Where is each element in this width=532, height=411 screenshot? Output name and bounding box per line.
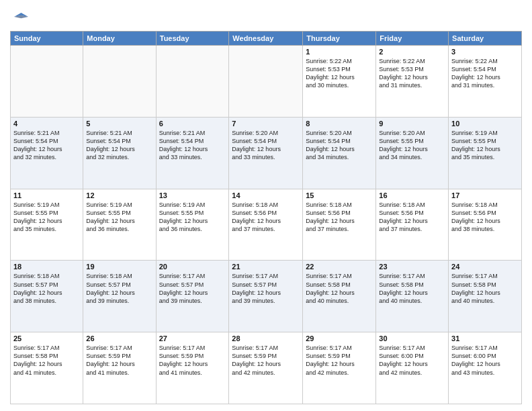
calendar-cell: 25Sunrise: 5:17 AM Sunset: 5:58 PM Dayli… <box>11 332 83 404</box>
weekday-header: Saturday <box>449 32 522 46</box>
calendar-cell: 12Sunrise: 5:19 AM Sunset: 5:55 PM Dayli… <box>83 189 156 261</box>
day-info: Sunrise: 5:22 AM Sunset: 5:54 PM Dayligh… <box>451 57 519 90</box>
day-info: Sunrise: 5:22 AM Sunset: 5:53 PM Dayligh… <box>379 57 445 90</box>
day-info: Sunrise: 5:17 AM Sunset: 6:00 PM Dayligh… <box>379 344 445 377</box>
calendar-cell <box>156 46 229 118</box>
calendar-week-row: 18Sunrise: 5:18 AM Sunset: 5:57 PM Dayli… <box>11 261 522 332</box>
day-number: 15 <box>306 191 373 199</box>
day-number: 11 <box>13 191 80 199</box>
day-number: 26 <box>86 334 152 342</box>
day-info: Sunrise: 5:21 AM Sunset: 5:54 PM Dayligh… <box>86 129 152 162</box>
day-number: 4 <box>13 120 80 128</box>
day-number: 3 <box>451 48 519 56</box>
day-info: Sunrise: 5:17 AM Sunset: 5:57 PM Dayligh… <box>232 272 300 305</box>
calendar-cell: 24Sunrise: 5:17 AM Sunset: 5:58 PM Dayli… <box>449 261 522 332</box>
day-number: 8 <box>306 120 373 128</box>
page-header <box>10 7 522 27</box>
day-number: 7 <box>232 120 300 128</box>
day-info: Sunrise: 5:17 AM Sunset: 5:58 PM Dayligh… <box>451 272 519 305</box>
calendar-cell: 18Sunrise: 5:18 AM Sunset: 5:57 PM Dayli… <box>11 261 83 332</box>
day-number: 9 <box>379 120 445 128</box>
calendar-cell: 8Sunrise: 5:20 AM Sunset: 5:54 PM Daylig… <box>303 117 376 189</box>
calendar-cell <box>11 46 83 118</box>
day-number: 29 <box>306 334 373 342</box>
weekday-header: Tuesday <box>156 32 229 46</box>
day-number: 21 <box>232 263 300 271</box>
day-info: Sunrise: 5:18 AM Sunset: 5:56 PM Dayligh… <box>232 201 300 234</box>
calendar-cell: 28Sunrise: 5:17 AM Sunset: 5:59 PM Dayli… <box>229 332 303 404</box>
calendar-cell: 30Sunrise: 5:17 AM Sunset: 6:00 PM Dayli… <box>376 332 449 404</box>
day-info: Sunrise: 5:17 AM Sunset: 5:58 PM Dayligh… <box>306 272 373 305</box>
calendar: SundayMondayTuesdayWednesdayThursdayFrid… <box>10 31 522 404</box>
calendar-week-row: 25Sunrise: 5:17 AM Sunset: 5:58 PM Dayli… <box>11 332 522 404</box>
calendar-week-row: 11Sunrise: 5:19 AM Sunset: 5:55 PM Dayli… <box>11 189 522 261</box>
weekday-header: Thursday <box>303 32 376 46</box>
calendar-cell: 21Sunrise: 5:17 AM Sunset: 5:57 PM Dayli… <box>229 261 303 332</box>
day-number: 10 <box>451 120 519 128</box>
day-number: 14 <box>232 191 300 199</box>
calendar-cell: 3Sunrise: 5:22 AM Sunset: 5:54 PM Daylig… <box>449 46 522 118</box>
day-info: Sunrise: 5:20 AM Sunset: 5:55 PM Dayligh… <box>379 129 445 162</box>
day-info: Sunrise: 5:20 AM Sunset: 5:54 PM Dayligh… <box>232 129 300 162</box>
day-info: Sunrise: 5:17 AM Sunset: 5:59 PM Dayligh… <box>86 344 152 377</box>
day-number: 6 <box>159 120 226 128</box>
day-number: 30 <box>379 334 445 342</box>
day-info: Sunrise: 5:18 AM Sunset: 5:57 PM Dayligh… <box>13 272 80 305</box>
day-number: 31 <box>451 334 519 342</box>
day-info: Sunrise: 5:19 AM Sunset: 5:55 PM Dayligh… <box>159 201 226 234</box>
calendar-cell: 23Sunrise: 5:17 AM Sunset: 5:58 PM Dayli… <box>376 261 449 332</box>
calendar-cell: 14Sunrise: 5:18 AM Sunset: 5:56 PM Dayli… <box>229 189 303 261</box>
day-info: Sunrise: 5:17 AM Sunset: 5:58 PM Dayligh… <box>13 344 80 377</box>
calendar-week-row: 1Sunrise: 5:22 AM Sunset: 5:53 PM Daylig… <box>11 46 522 118</box>
logo <box>10 7 33 27</box>
calendar-cell: 27Sunrise: 5:17 AM Sunset: 5:59 PM Dayli… <box>156 332 229 404</box>
day-number: 13 <box>159 191 226 199</box>
day-info: Sunrise: 5:20 AM Sunset: 5:54 PM Dayligh… <box>306 129 373 162</box>
day-number: 28 <box>232 334 300 342</box>
day-info: Sunrise: 5:19 AM Sunset: 5:55 PM Dayligh… <box>86 201 152 234</box>
calendar-cell: 9Sunrise: 5:20 AM Sunset: 5:55 PM Daylig… <box>376 117 449 189</box>
calendar-cell: 7Sunrise: 5:20 AM Sunset: 5:54 PM Daylig… <box>229 117 303 189</box>
day-info: Sunrise: 5:18 AM Sunset: 5:56 PM Dayligh… <box>451 201 519 234</box>
calendar-cell: 29Sunrise: 5:17 AM Sunset: 5:59 PM Dayli… <box>303 332 376 404</box>
calendar-cell: 5Sunrise: 5:21 AM Sunset: 5:54 PM Daylig… <box>83 117 156 189</box>
calendar-cell: 26Sunrise: 5:17 AM Sunset: 5:59 PM Dayli… <box>83 332 156 404</box>
day-info: Sunrise: 5:18 AM Sunset: 5:57 PM Dayligh… <box>86 272 152 305</box>
calendar-cell: 4Sunrise: 5:21 AM Sunset: 5:54 PM Daylig… <box>11 117 83 189</box>
day-info: Sunrise: 5:21 AM Sunset: 5:54 PM Dayligh… <box>13 129 80 162</box>
day-info: Sunrise: 5:21 AM Sunset: 5:54 PM Dayligh… <box>159 129 226 162</box>
calendar-cell: 22Sunrise: 5:17 AM Sunset: 5:58 PM Dayli… <box>303 261 376 332</box>
day-info: Sunrise: 5:17 AM Sunset: 5:59 PM Dayligh… <box>232 344 300 377</box>
calendar-cell: 15Sunrise: 5:18 AM Sunset: 5:56 PM Dayli… <box>303 189 376 261</box>
day-info: Sunrise: 5:17 AM Sunset: 6:00 PM Dayligh… <box>451 344 519 377</box>
day-number: 18 <box>13 263 80 271</box>
day-info: Sunrise: 5:17 AM Sunset: 5:58 PM Dayligh… <box>379 272 445 305</box>
calendar-cell: 2Sunrise: 5:22 AM Sunset: 5:53 PM Daylig… <box>376 46 449 118</box>
day-number: 12 <box>86 191 152 199</box>
day-info: Sunrise: 5:17 AM Sunset: 5:59 PM Dayligh… <box>159 344 226 377</box>
calendar-cell: 11Sunrise: 5:19 AM Sunset: 5:55 PM Dayli… <box>11 189 83 261</box>
day-number: 23 <box>379 263 445 271</box>
calendar-cell <box>83 46 156 118</box>
calendar-cell: 17Sunrise: 5:18 AM Sunset: 5:56 PM Dayli… <box>449 189 522 261</box>
day-number: 25 <box>13 334 80 342</box>
day-number: 1 <box>306 48 373 56</box>
day-number: 24 <box>451 263 519 271</box>
day-info: Sunrise: 5:19 AM Sunset: 5:55 PM Dayligh… <box>13 201 80 234</box>
day-info: Sunrise: 5:17 AM Sunset: 5:57 PM Dayligh… <box>159 272 226 305</box>
day-info: Sunrise: 5:18 AM Sunset: 5:56 PM Dayligh… <box>379 201 445 234</box>
day-info: Sunrise: 5:17 AM Sunset: 5:59 PM Dayligh… <box>306 344 373 377</box>
calendar-week-row: 4Sunrise: 5:21 AM Sunset: 5:54 PM Daylig… <box>11 117 522 189</box>
calendar-cell: 10Sunrise: 5:19 AM Sunset: 5:55 PM Dayli… <box>449 117 522 189</box>
calendar-cell <box>229 46 303 118</box>
calendar-cell: 13Sunrise: 5:19 AM Sunset: 5:55 PM Dayli… <box>156 189 229 261</box>
day-number: 2 <box>379 48 445 56</box>
calendar-cell: 6Sunrise: 5:21 AM Sunset: 5:54 PM Daylig… <box>156 117 229 189</box>
weekday-header: Wednesday <box>229 32 303 46</box>
weekday-header: Friday <box>376 32 449 46</box>
logo-icon <box>10 7 30 27</box>
calendar-cell: 16Sunrise: 5:18 AM Sunset: 5:56 PM Dayli… <box>376 189 449 261</box>
calendar-cell: 20Sunrise: 5:17 AM Sunset: 5:57 PM Dayli… <box>156 261 229 332</box>
day-number: 17 <box>451 191 519 199</box>
day-number: 20 <box>159 263 226 271</box>
